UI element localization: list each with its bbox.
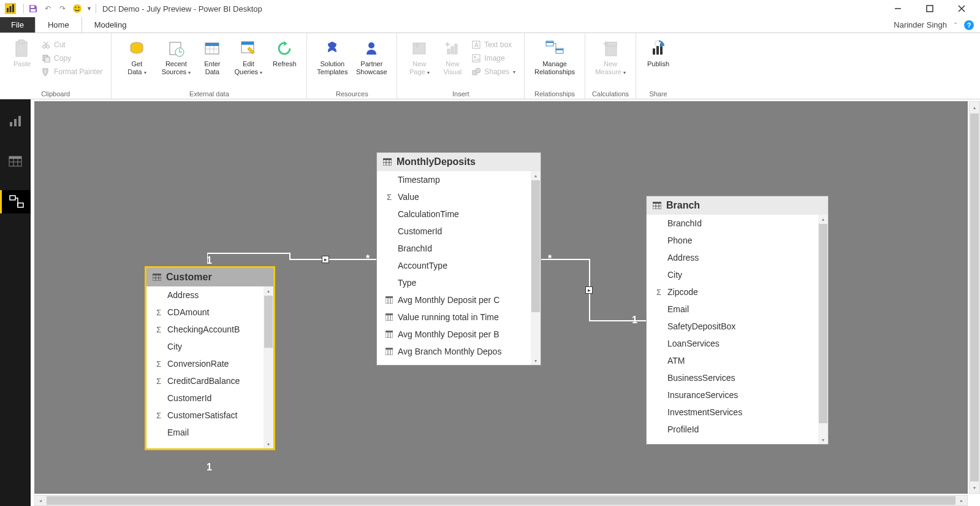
field-row[interactable]: ΣCustomerSatisfact: [146, 407, 273, 424]
field-name: ConversionRate: [167, 359, 229, 369]
field-row[interactable]: BranchId: [377, 240, 541, 257]
field-row[interactable]: ΣCheckingAccountB: [146, 321, 273, 338]
help-icon[interactable]: ?: [964, 20, 974, 30]
field-row[interactable]: Avg Branch Monthly Depos: [377, 343, 541, 360]
svg-rect-87: [386, 331, 393, 332]
paste-button[interactable]: Paste: [6, 37, 38, 88]
solution-templates-button[interactable]: SolutionTemplates: [313, 37, 351, 88]
field-row[interactable]: Avg Monthly Deposit per C: [377, 291, 541, 309]
svg-rect-66: [10, 196, 15, 200]
field-row[interactable]: ΣCDAmount: [146, 304, 273, 321]
table-scrollbar[interactable]: ▴ ▾: [818, 215, 828, 444]
field-row[interactable]: BranchId: [647, 215, 828, 232]
report-view-button[interactable]: [0, 109, 31, 132]
table-title: Branch: [666, 200, 700, 211]
table-customer[interactable]: Customer AddressΣCDAmountΣCheckingAccoun…: [145, 266, 275, 450]
copy-button[interactable]: Copy: [39, 52, 105, 65]
field-row[interactable]: City: [647, 266, 828, 283]
rel-marker-icon-2[interactable]: ▸: [585, 286, 593, 294]
field-name: Avg Monthly Deposit per B: [398, 329, 499, 339]
svg-rect-69: [153, 274, 161, 275]
recent-sources-button[interactable]: RecentSources ▾: [157, 37, 195, 88]
table-scrollbar[interactable]: ▴ ▾: [531, 171, 541, 365]
field-row[interactable]: Timestamp: [377, 171, 541, 188]
get-data-button[interactable]: GetData ▾: [118, 37, 156, 88]
field-name: CalculationTime: [398, 209, 459, 219]
field-row[interactable]: BusinessServices: [647, 369, 828, 386]
new-visual-button[interactable]: ✦ NewVisual: [436, 37, 468, 88]
table-monthly-deposits[interactable]: MonthlyDeposits TimestampΣValueCalculati…: [376, 152, 541, 366]
smiley-icon[interactable]: [72, 3, 83, 14]
field-row[interactable]: CalculationTime: [377, 205, 541, 223]
field-row[interactable]: ProfileId: [647, 421, 828, 438]
publish-button[interactable]: Publish: [642, 37, 674, 88]
svg-rect-10: [927, 6, 933, 12]
ribbon-group-calculations: ✦ NewMeasure ▾ Calculations: [585, 33, 636, 99]
field-name: InvestmentServices: [667, 407, 742, 417]
field-name: Address: [667, 253, 699, 263]
tab-modeling[interactable]: Modeling: [82, 17, 139, 33]
field-row[interactable]: Type: [377, 274, 541, 291]
shapes-button[interactable]: Shapes ▾: [469, 65, 518, 79]
redo-icon[interactable]: ↷: [57, 3, 68, 14]
field-row[interactable]: Address: [647, 249, 828, 266]
field-row[interactable]: Email: [146, 424, 273, 441]
minimize-button[interactable]: [889, 2, 906, 15]
user-name[interactable]: Narinder Singh: [894, 20, 947, 29]
field-row[interactable]: SafetyDepositBox: [647, 318, 828, 335]
field-row[interactable]: CustomerId: [377, 223, 541, 240]
user-chevron-icon[interactable]: ⌃: [953, 21, 958, 28]
save-icon[interactable]: [28, 3, 39, 14]
edit-queries-button[interactable]: EditQueries ▾: [229, 37, 267, 88]
undo-icon[interactable]: ↶: [42, 3, 53, 14]
close-button[interactable]: [953, 2, 970, 15]
enter-data-button[interactable]: EnterData: [196, 37, 228, 88]
field-name: LoanServices: [667, 339, 720, 348]
field-row[interactable]: ΣValue: [377, 188, 541, 205]
maximize-button[interactable]: [921, 2, 938, 15]
field-row[interactable]: InsuranceServices: [647, 386, 828, 404]
relationship-canvas[interactable]: 1 ▸ * * ▸ 1 Customer AddressΣCDAmountΣCh…: [34, 101, 968, 494]
field-row[interactable]: Phone: [647, 232, 828, 249]
canvas-vertical-scrollbar[interactable]: ▴▾: [969, 101, 980, 494]
field-row[interactable]: AccountType: [377, 257, 541, 274]
field-row[interactable]: LoanServices: [647, 335, 828, 352]
refresh-button[interactable]: Refresh: [268, 37, 300, 88]
field-row[interactable]: ΣCreditCardBalance: [146, 372, 273, 389]
manage-relationships-button[interactable]: ManageRelationships: [531, 37, 579, 88]
cut-button[interactable]: Cut: [39, 38, 105, 52]
data-view-button[interactable]: [0, 150, 31, 173]
field-name: SafetyDepositBox: [667, 321, 735, 331]
field-name: Avg Branch Monthly Depos: [398, 347, 501, 356]
field-row[interactable]: Avg Monthly Deposit per B: [377, 326, 541, 343]
new-measure-button[interactable]: ✦ NewMeasure ▾: [591, 37, 629, 88]
field-name: City: [167, 342, 182, 351]
table-branch[interactable]: Branch BranchIdPhoneAddressCityΣZipcodeE…: [646, 196, 829, 445]
field-row[interactable]: Value running total in Time: [377, 309, 541, 326]
ribbon-label-calculations: Calculations: [591, 88, 629, 98]
text-box-button[interactable]: A Text box: [469, 38, 518, 52]
ribbon-label-relationships: Relationships: [531, 88, 579, 98]
field-row[interactable]: Email: [647, 301, 828, 318]
field-row[interactable]: City: [146, 338, 273, 355]
table-scrollbar[interactable]: ▴ ▾: [264, 286, 273, 448]
relationship-view-button[interactable]: [0, 190, 31, 213]
tab-home[interactable]: Home: [35, 17, 82, 33]
partner-showcase-button[interactable]: PartnerShowcase: [352, 37, 390, 88]
field-row[interactable]: ATM: [647, 352, 828, 369]
rel-marker-icon[interactable]: ▸: [322, 256, 329, 263]
field-name: Value: [398, 192, 419, 202]
new-page-button[interactable]: ✦ NewPage ▾: [403, 37, 435, 88]
field-row[interactable]: Address: [146, 286, 273, 304]
qat-dropdown[interactable]: ▼: [86, 6, 92, 12]
field-row[interactable]: InvestmentServices: [647, 404, 828, 421]
canvas-horizontal-scrollbar[interactable]: ◂▸: [34, 495, 968, 506]
field-row[interactable]: CustomerId: [146, 389, 273, 407]
image-button[interactable]: Image: [469, 52, 518, 65]
tab-file[interactable]: File: [0, 17, 35, 33]
format-painter-button[interactable]: Format Painter: [39, 65, 105, 79]
svg-rect-38: [451, 47, 454, 54]
field-row[interactable]: ΣConversionRate: [146, 355, 273, 372]
rel-cardinality-many-2: *: [548, 253, 552, 264]
field-row[interactable]: ΣZipcode: [647, 283, 828, 301]
